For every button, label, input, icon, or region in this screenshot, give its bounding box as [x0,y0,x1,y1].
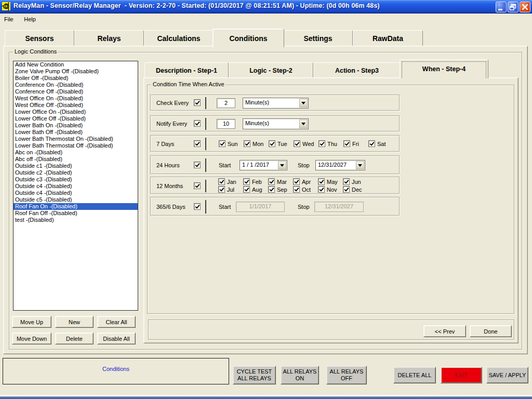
month-checkbox-jun[interactable] [343,178,350,185]
dropdown-arrow-button[interactable] [356,161,364,169]
close-button[interactable] [520,2,530,12]
month-checkbox-may[interactable] [318,178,325,185]
list-item[interactable]: Lower Office On -(Disabled) [14,109,138,115]
step-tab-1[interactable]: Description - Step-1 [144,62,229,78]
maximize-restore-button[interactable] [508,2,518,12]
menu-help[interactable]: Help [20,15,40,22]
list-item[interactable]: Conference On -(Disabled) [14,82,138,88]
prev-button[interactable]: << Prev [423,325,466,337]
day-checkbox-wed[interactable] [294,140,300,147]
tab-relays[interactable]: Relays [74,30,144,46]
check-every-unit-dropdown[interactable]: Minute(s) [243,98,309,109]
cycle-test-all-relays-button[interactable]: CYCLE TEST ALL RELAYS [233,366,276,384]
list-item[interactable]: Lower Bath On -(Disabled) [14,122,138,129]
month-checkbox-dec[interactable] [343,186,350,193]
month-checkbox-nov[interactable] [318,186,325,193]
done-button[interactable]: Done [470,325,512,337]
month-checkbox-oct[interactable] [293,186,300,193]
conditions-listbox[interactable]: Add New ConditionZone Valve Pump Off -(D… [13,61,138,311]
row-separator [205,180,206,192]
list-item[interactable]: Abc off -(Disabled) [14,156,138,163]
notify-every-value-input[interactable]: 10 [217,119,235,129]
step-tab-3[interactable]: Action - Step3 [313,62,401,78]
dropdown-arrow-button[interactable] [299,119,308,128]
list-item[interactable]: Add New Condition [14,61,138,68]
menubar: File Help [0,14,532,23]
month-label: Dec [352,187,362,193]
start-date-dropdown[interactable]: 1 / 1 /2017 [240,160,287,170]
step-tab-2[interactable]: Logic - Step-2 [229,62,313,78]
stop-date-dropdown[interactable]: 12/31/2027 [315,160,365,170]
list-item[interactable]: Outside c4 -(Disabled) [14,183,138,190]
move-down-button[interactable]: Move Down [12,332,51,344]
month-checkbox-sep[interactable] [268,186,275,193]
list-item[interactable]: Lower Bath Thermostat On -(Disabled) [14,136,138,142]
condition-time-group-label: Condition Time When Active [151,81,226,87]
list-item[interactable]: Lower Office Off -(Disabled) [14,115,138,122]
month-label: Mar [277,179,287,185]
titlebar: RelayMan - Sensor/Relay Manager - Versio… [0,0,532,14]
check-every-checkbox[interactable] [194,99,201,106]
dropdown-arrow-button[interactable] [278,161,286,169]
all-relays-on-button[interactable]: ALL RELAYS ON [281,366,319,384]
day-checkbox-fri[interactable] [343,140,350,147]
list-item[interactable]: Boiler Off -(Disabled) [14,75,138,82]
notify-every-unit-dropdown[interactable]: Minute(s) [243,118,309,129]
list-item[interactable]: test -(Disabled) [14,217,138,223]
tab-conditions[interactable]: Conditions [212,29,284,47]
month-checkbox-feb[interactable] [243,178,250,185]
list-item[interactable]: Outside c3 -(Disabled) [14,176,138,183]
notify-every-checkbox[interactable] [194,120,201,127]
day-checkbox-mon[interactable] [244,140,250,147]
day-checkbox-tue[interactable] [269,140,275,147]
month-checkbox-mar[interactable] [268,178,275,185]
day-label: Thu [327,141,337,147]
month-label: Sep [277,187,287,193]
seven-days-checkbox[interactable] [194,140,201,147]
list-item[interactable]: Roof Fan On -(Disabled) [14,203,138,210]
tab-settings[interactable]: Settings [283,30,353,46]
list-item[interactable]: Outside c5 -(Disabled) [14,196,138,203]
tab-calculations[interactable]: Calculations [144,30,214,46]
list-item[interactable]: Outside c2 -(Disabled) [14,169,138,176]
list-item[interactable]: West Office Off -(Disabled) [14,102,138,109]
list-item[interactable]: Zone Valve Pump Off -(Disabled) [14,68,138,75]
check-every-value-input[interactable]: 2 [217,98,235,108]
minimize-button[interactable] [496,2,507,12]
disable-all-button[interactable]: Disable All [97,332,136,344]
day-checkbox-sat[interactable] [368,140,375,147]
tab-rawdata[interactable]: RawData [353,30,423,46]
list-item[interactable]: Lower Bath Off -(Disabled) [14,129,138,136]
save-apply-button[interactable]: SAVE / APPLY [486,367,528,383]
step-tab-4[interactable]: When - Step-4 [400,59,488,78]
day-checkbox-sun[interactable] [219,140,225,147]
list-item[interactable]: Outside c4 -(Disabled) [14,190,138,196]
move-up-button[interactable]: Move Up [12,316,51,328]
clear-all-button[interactable]: Clear All [97,316,136,328]
month-label: May [327,179,338,185]
dropdown-arrow-button[interactable] [299,99,308,108]
month-checkbox-apr[interactable] [293,178,300,185]
list-item[interactable]: Outside c1 -(Disabled) [14,163,138,169]
delete-all-button[interactable]: DELETE ALL [393,367,436,383]
list-item[interactable]: Roof Fan Off -(Disabled) [14,210,138,217]
twelve-months-checkbox[interactable] [194,182,201,189]
row-separator [205,138,206,150]
list-item[interactable]: West Office On -(Disabled) [14,95,138,102]
month-checkbox-aug[interactable] [243,186,250,193]
chevron-down-icon [358,164,362,167]
day-checkbox-thu[interactable] [318,140,325,147]
list-item[interactable]: Abc on -(Disabled) [14,149,138,156]
exit-button[interactable]: EXIT [441,367,482,383]
year-days-checkbox[interactable] [194,203,201,210]
list-item[interactable]: Lower Bath Thermostat Off -(Disabled) [14,142,138,149]
delete-button[interactable]: Delete [55,332,94,344]
new-button[interactable]: New [55,316,94,328]
tab-sensors[interactable]: Sensors [5,30,74,46]
list-item[interactable]: Conference Off -(Disabled) [14,88,138,95]
menu-file[interactable]: File [0,15,18,22]
month-checkbox-jan[interactable] [218,178,225,185]
month-checkbox-jul[interactable] [218,186,225,193]
all-relays-off-button[interactable]: ALL RELAYS OFF [326,366,367,384]
twenty-four-hours-checkbox[interactable] [194,162,201,168]
